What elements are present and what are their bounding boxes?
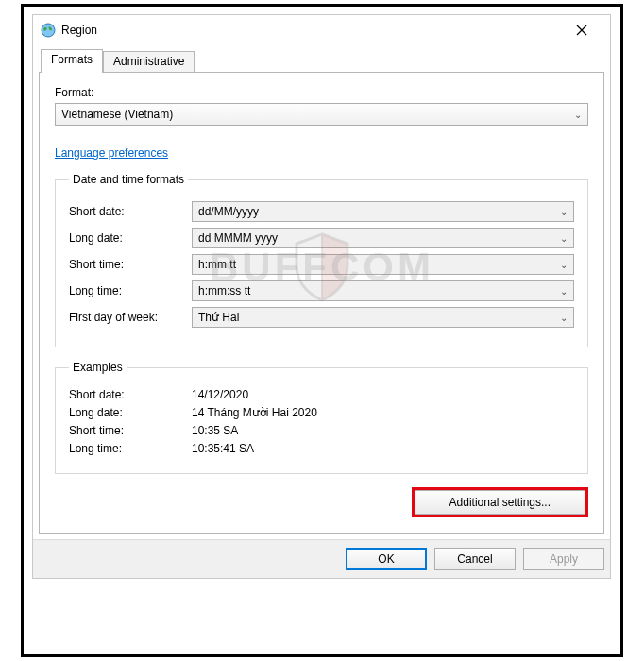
example-long-date-label: Long date: xyxy=(69,406,192,419)
chevron-down-icon: ⌄ xyxy=(574,110,582,120)
chevron-down-icon: ⌄ xyxy=(560,207,568,217)
additional-settings-highlight: Additional settings... xyxy=(412,487,588,517)
short-date-row: Short date: dd/MM/yyyy ⌄ xyxy=(69,201,574,222)
client-area: Formats Administrative Format: Vietnames… xyxy=(33,49,610,539)
example-short-date-value: 14/12/2020 xyxy=(192,388,248,401)
long-time-label: Long time: xyxy=(69,284,192,297)
close-icon xyxy=(576,25,587,36)
short-time-combobox[interactable]: h:mm tt ⌄ xyxy=(192,254,574,275)
additional-settings-button[interactable]: Additional settings... xyxy=(415,490,585,515)
long-time-combobox[interactable]: h:mm:ss tt ⌄ xyxy=(192,280,574,301)
dialog-button-row: OK Cancel Apply xyxy=(33,539,610,578)
first-day-value: Thứ Hai xyxy=(198,311,560,324)
example-short-time-value: 10:35 SA xyxy=(192,424,238,437)
long-date-row: Long date: dd MMMM yyyy ⌄ xyxy=(69,228,574,248)
close-button[interactable] xyxy=(561,16,602,44)
short-date-value: dd/MM/yyyy xyxy=(198,205,560,218)
short-date-label: Short date: xyxy=(69,205,192,218)
format-combobox[interactable]: Vietnamese (Vietnam) ⌄ xyxy=(55,103,588,126)
long-date-label: Long date: xyxy=(69,231,192,245)
first-day-row: First day of week: Thứ Hai ⌄ xyxy=(69,307,574,328)
long-time-row: Long time: h:mm:ss tt ⌄ xyxy=(69,280,574,301)
example-short-date-row: Short date: 14/12/2020 xyxy=(69,388,574,401)
tab-administrative[interactable]: Administrative xyxy=(103,51,195,72)
short-date-combobox[interactable]: dd/MM/yyyy ⌄ xyxy=(192,201,574,222)
svg-point-0 xyxy=(42,24,55,37)
short-time-label: Short time: xyxy=(69,258,192,271)
short-time-row: Short time: h:mm tt ⌄ xyxy=(69,254,574,275)
first-day-label: First day of week: xyxy=(69,311,192,324)
short-time-value: h:mm tt xyxy=(198,258,560,271)
titlebar: Region xyxy=(33,15,610,45)
example-short-date-label: Short date: xyxy=(69,388,192,401)
tabstrip: Formats Administrative xyxy=(41,49,604,72)
format-label: Format: xyxy=(55,86,588,99)
region-dialog: Region Formats Administrative Format: Vi… xyxy=(32,14,611,579)
example-long-date-row: Long date: 14 Tháng Mười Hai 2020 xyxy=(69,406,574,419)
long-time-value: h:mm:ss tt xyxy=(198,284,560,297)
example-short-time-row: Short time: 10:35 SA xyxy=(69,424,574,437)
chevron-down-icon: ⌄ xyxy=(560,313,568,323)
examples-legend: Examples xyxy=(69,361,127,374)
first-day-combobox[interactable]: Thứ Hai ⌄ xyxy=(192,307,574,328)
additional-settings-wrap: Additional settings... xyxy=(55,487,588,517)
example-short-time-label: Short time: xyxy=(69,424,192,437)
date-time-legend: Date and time formats xyxy=(69,173,188,186)
long-date-value: dd MMMM yyyy xyxy=(198,231,560,245)
long-date-combobox[interactable]: dd MMMM yyyy ⌄ xyxy=(192,228,574,248)
ok-button[interactable]: OK xyxy=(346,548,427,570)
date-time-formats-group: Date and time formats Short date: dd/MM/… xyxy=(55,173,588,347)
language-preferences-link[interactable]: Language preferences xyxy=(55,146,168,160)
example-long-time-value: 10:35:41 SA xyxy=(192,442,254,455)
examples-group: Examples Short date: 14/12/2020 Long dat… xyxy=(55,361,588,474)
screenshot-border: Region Formats Administrative Format: Vi… xyxy=(21,4,623,657)
chevron-down-icon: ⌄ xyxy=(560,233,568,244)
example-long-time-row: Long time: 10:35:41 SA xyxy=(69,442,574,455)
chevron-down-icon: ⌄ xyxy=(560,260,568,270)
example-long-date-value: 14 Tháng Mười Hai 2020 xyxy=(192,406,317,419)
chevron-down-icon: ⌄ xyxy=(560,286,568,297)
apply-button: Apply xyxy=(523,548,604,570)
tab-formats[interactable]: Formats xyxy=(41,49,103,73)
window-title: Region xyxy=(61,24,561,37)
cancel-button[interactable]: Cancel xyxy=(434,548,516,570)
formats-panel: Format: Vietnamese (Vietnam) ⌄ Language … xyxy=(39,72,604,534)
example-long-time-label: Long time: xyxy=(69,442,192,455)
globe-icon xyxy=(41,23,56,38)
format-selected: Vietnamese (Vietnam) xyxy=(61,108,574,121)
